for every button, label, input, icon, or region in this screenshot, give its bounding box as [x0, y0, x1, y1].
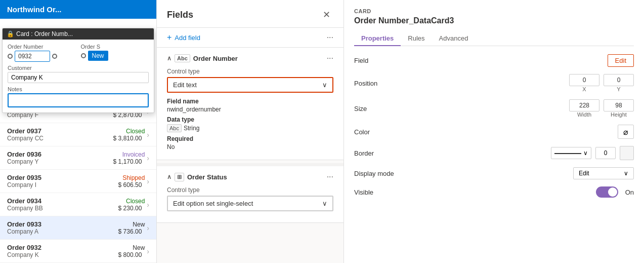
- tab-rules[interactable]: Rules: [401, 31, 432, 46]
- chevron-down-icon-display: ∨: [624, 170, 628, 177]
- status-badge: Shipped: [114, 174, 145, 181]
- status-badge: Invoiced: [114, 151, 145, 158]
- customer-input[interactable]: [8, 72, 149, 83]
- border-label: Border: [354, 149, 395, 157]
- card-section-label: CARD: [354, 8, 634, 14]
- size-height-input[interactable]: [604, 99, 634, 111]
- order-list: Order 0938 ⚠ Company F Closed $ 2,870.00…: [0, 100, 156, 263]
- color-label: Color: [354, 128, 395, 136]
- orders-header: Northwind Or...: [0, 0, 156, 19]
- field-row: Field Edit: [354, 54, 634, 67]
- color-swatch-button[interactable]: ⌀: [618, 125, 634, 139]
- props-panel: CARD Order Number_DataCard3 Properties R…: [344, 0, 644, 263]
- size-label: Size: [354, 105, 395, 112]
- section-more-button-2[interactable]: ···: [327, 172, 333, 181]
- position-label: Position: [354, 80, 395, 87]
- orders-header-title: Northwind Or...: [7, 5, 62, 14]
- visible-label: Visible: [354, 189, 395, 196]
- connector-dot-3: [81, 53, 86, 58]
- order-info: Order 0935 Company I: [7, 174, 114, 189]
- list-item[interactable]: Order 0936 Company Y Invoiced $ 1,170.00…: [0, 146, 156, 170]
- color-row: Color ⌀: [354, 125, 634, 139]
- fields-scroll: ∧ Abc Order Number ··· Control type Edit…: [157, 48, 344, 263]
- order-name: Order 0933: [7, 220, 114, 228]
- order-status-section: ∧ ⊞ Order Status ··· Control type Edit o…: [157, 166, 344, 223]
- order-number-input[interactable]: [15, 51, 50, 62]
- required-row: Required No: [167, 135, 333, 151]
- chevron-right-icon: ›: [147, 201, 149, 209]
- position-row: Position X Y: [354, 74, 634, 92]
- lock-icon: 🔒: [7, 30, 14, 37]
- data-type-row: Data type Abc String: [167, 116, 333, 132]
- section-more-button[interactable]: ···: [327, 54, 333, 63]
- order-info: Order 0934 Company BB: [7, 197, 114, 212]
- connector-dot-1: [8, 54, 13, 59]
- field-type-icon: Abc: [175, 54, 190, 62]
- chevron-right-icon: ›: [147, 177, 149, 185]
- card-form: Order Number Order S New: [8, 44, 149, 107]
- chevron-right-icon: ›: [147, 247, 149, 255]
- border-width-input[interactable]: [595, 147, 616, 159]
- display-mode-select[interactable]: Edit ∨: [573, 167, 634, 179]
- field-name-row: Field name nwind_ordernumber: [167, 98, 333, 113]
- status-badge: Closed: [114, 198, 145, 205]
- order-info: Order 0936 Company Y: [7, 151, 113, 165]
- props-title: Order Number_DataCard3: [354, 16, 634, 25]
- customer-field: Customer: [8, 65, 149, 83]
- display-mode-row: Display mode Edit ∨: [354, 167, 634, 179]
- more-button[interactable]: ···: [327, 33, 333, 42]
- list-item[interactable]: Order 0937 Company CC Closed $ 3,810.00 …: [0, 123, 156, 146]
- fields-title: Fields: [167, 10, 193, 20]
- fields-header: Fields ✕: [157, 0, 344, 28]
- chevron-down-icon-2: ∨: [322, 200, 327, 207]
- chevron-right-icon: ›: [147, 154, 149, 162]
- border-color-swatch[interactable]: [620, 146, 634, 160]
- connector-dot-2: [52, 54, 57, 59]
- visible-row: Visible On: [354, 186, 634, 198]
- notes-input[interactable]: [8, 93, 149, 107]
- list-item[interactable]: Order 0935 Company I Shipped $ 606.50 ›: [0, 170, 156, 193]
- collapse-icon[interactable]: ∧: [167, 55, 171, 62]
- control-type-dropdown-2[interactable]: Edit option set single-select ∨: [167, 196, 333, 211]
- chevron-down-icon: ∨: [322, 81, 327, 89]
- add-field-button[interactable]: + Add field: [167, 33, 200, 42]
- status-badge: New: [114, 221, 145, 228]
- list-item[interactable]: Order 0932 Company K New $ 800.00 ›: [0, 240, 156, 263]
- card-row-1: Order Number Order S New: [8, 44, 149, 62]
- field-section-title: ∧ Abc Order Number: [167, 54, 238, 62]
- plus-icon: +: [167, 33, 171, 42]
- order-name: Order 0936: [7, 151, 113, 158]
- edit-button[interactable]: Edit: [608, 54, 634, 67]
- border-right: ∨: [395, 146, 634, 160]
- position-y-input[interactable]: [604, 74, 634, 86]
- display-mode-right: Edit ∨: [395, 167, 634, 179]
- props-tabs: Properties Rules Advanced: [354, 31, 634, 46]
- visible-toggle[interactable]: [596, 186, 618, 198]
- border-style-select[interactable]: ∨: [551, 147, 591, 159]
- card-row-3: Notes: [8, 86, 149, 107]
- collapse-icon-2[interactable]: ∧: [167, 173, 171, 180]
- field-type-icon-2: ⊞: [175, 173, 184, 181]
- visible-right: On: [395, 186, 634, 198]
- order-status-field: Order S New: [81, 44, 149, 62]
- color-right: ⌀: [395, 125, 634, 139]
- list-item[interactable]: Order 0933 Company A New $ 736.00 ›: [0, 216, 156, 240]
- card-row-2: Customer: [8, 65, 149, 83]
- orders-panel: Northwind Or... 🔒 Card : Order Numb... O…: [0, 0, 157, 263]
- order-status-new: New: [88, 51, 108, 61]
- chevron-right-icon: ›: [147, 224, 149, 232]
- tab-properties[interactable]: Properties: [354, 31, 401, 46]
- chevron-down-icon-border: ∨: [583, 149, 588, 157]
- visible-value: On: [625, 189, 634, 196]
- border-line-icon: [554, 153, 581, 154]
- position-x-input[interactable]: [569, 74, 599, 86]
- field-section-title-2: ∧ ⊞ Order Status: [167, 173, 227, 181]
- size-row: Size Width Height: [354, 99, 634, 118]
- status-badge: New: [114, 244, 145, 251]
- tab-advanced[interactable]: Advanced: [432, 31, 476, 46]
- close-button[interactable]: ✕: [320, 8, 333, 21]
- list-item[interactable]: Order 0934 Company BB Closed $ 230.00 ›: [0, 193, 156, 216]
- order-info: Order 0933 Company A: [7, 220, 114, 235]
- size-width-input[interactable]: [569, 99, 599, 111]
- control-type-dropdown[interactable]: Edit text ∨: [167, 77, 333, 93]
